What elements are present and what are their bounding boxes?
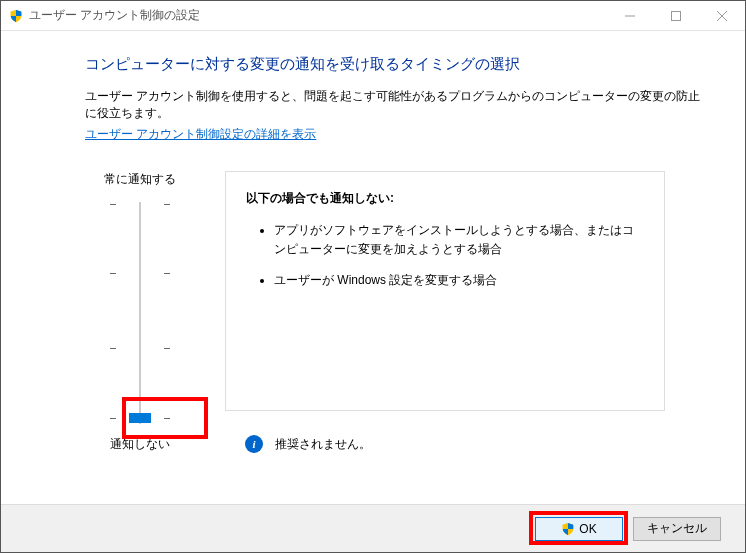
info-item: ユーザーが Windows 設定を変更する場合 xyxy=(274,271,644,290)
recommendation-text: 推奨されません。 xyxy=(275,436,371,453)
slider-column: 常に通知する 通知しない xyxy=(85,171,195,453)
svg-rect-1 xyxy=(672,11,681,20)
maximize-button[interactable] xyxy=(653,1,699,31)
recommendation-row: i 推奨されません。 xyxy=(225,435,707,453)
slider-tick xyxy=(110,348,170,349)
titlebar: ユーザー アカウント制御の設定 xyxy=(1,1,745,31)
window-title: ユーザー アカウント制御の設定 xyxy=(29,7,200,24)
slider-track xyxy=(139,202,141,424)
slider-thumb[interactable] xyxy=(129,413,151,423)
info-item: アプリがソフトウェアをインストールしようとする場合、またはコンピューターに変更を… xyxy=(274,221,644,259)
slider-top-label: 常に通知する xyxy=(85,171,195,188)
uac-shield-icon xyxy=(561,522,575,536)
cancel-button[interactable]: キャンセル xyxy=(633,517,721,541)
info-title: 以下の場合でも通知しない: xyxy=(246,190,644,207)
info-list: アプリがソフトウェアをインストールしようとする場合、またはコンピューターに変更を… xyxy=(246,221,644,291)
page-description: ユーザー アカウント制御を使用すると、問題を起こす可能性があるプログラムからのコ… xyxy=(85,88,707,122)
footer-bar: OK キャンセル xyxy=(1,504,745,552)
notification-slider[interactable] xyxy=(110,198,170,428)
ok-button[interactable]: OK xyxy=(535,517,623,541)
uac-shield-icon xyxy=(9,9,23,23)
window-controls xyxy=(607,1,745,31)
uac-details-link[interactable]: ユーザー アカウント制御設定の詳細を表示 xyxy=(85,127,316,141)
close-button[interactable] xyxy=(699,1,745,31)
content-area: コンピューターに対する変更の通知を受け取るタイミングの選択 ユーザー アカウント… xyxy=(1,31,745,453)
page-heading: コンピューターに対する変更の通知を受け取るタイミングの選択 xyxy=(85,55,707,74)
minimize-button[interactable] xyxy=(607,1,653,31)
slider-bottom-label: 通知しない xyxy=(85,436,195,453)
main-area: 常に通知する 通知しない 以下の場合でも通知しない: アプリがソフトウェアをイン… xyxy=(85,171,707,453)
ok-button-label: OK xyxy=(579,522,596,536)
slider-tick xyxy=(110,273,170,274)
info-box: 以下の場合でも通知しない: アプリがソフトウェアをインストールしようとする場合、… xyxy=(225,171,665,411)
slider-tick xyxy=(110,204,170,205)
info-icon: i xyxy=(245,435,263,453)
cancel-button-label: キャンセル xyxy=(647,520,707,537)
info-column: 以下の場合でも通知しない: アプリがソフトウェアをインストールしようとする場合、… xyxy=(225,171,707,453)
